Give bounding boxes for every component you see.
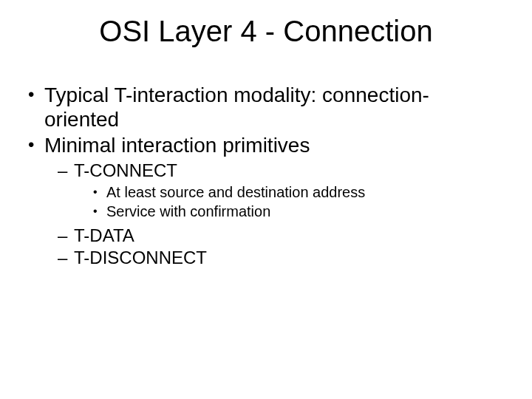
bullet-sublist: At least source and destination address … <box>74 184 502 220</box>
bullet-item: At least source and destination address <box>93 184 502 202</box>
bullet-text: At least source and destination address <box>106 184 365 200</box>
bullet-item: Service with confirmation <box>93 203 502 221</box>
bullet-sublist: T-CONNECT At least source and destinatio… <box>44 160 502 268</box>
bullet-text: Typical T-interaction modality: connecti… <box>44 83 429 131</box>
bullet-text: T-DISCONNECT <box>74 248 207 267</box>
bullet-item: T-CONNECT At least source and destinatio… <box>58 160 502 221</box>
bullet-item: Minimal interaction primitives T-CONNECT… <box>25 133 502 268</box>
bullet-text: Minimal interaction primitives <box>44 134 310 157</box>
slide: OSI Layer 4 - Connection Typical T-inter… <box>0 0 532 399</box>
bullet-item: T-DATA <box>58 225 502 246</box>
bullet-text: T-CONNECT <box>74 160 177 180</box>
bullet-item: T-DISCONNECT <box>58 248 502 268</box>
slide-title: OSI Layer 4 - Connection <box>0 15 532 48</box>
bullet-list: Typical T-interaction modality: connecti… <box>25 83 502 268</box>
bullet-text: T-DATA <box>74 225 134 245</box>
slide-body: Typical T-interaction modality: connecti… <box>25 83 502 270</box>
bullet-item: Typical T-interaction modality: connecti… <box>25 83 502 132</box>
bullet-text: Service with confirmation <box>106 203 270 219</box>
